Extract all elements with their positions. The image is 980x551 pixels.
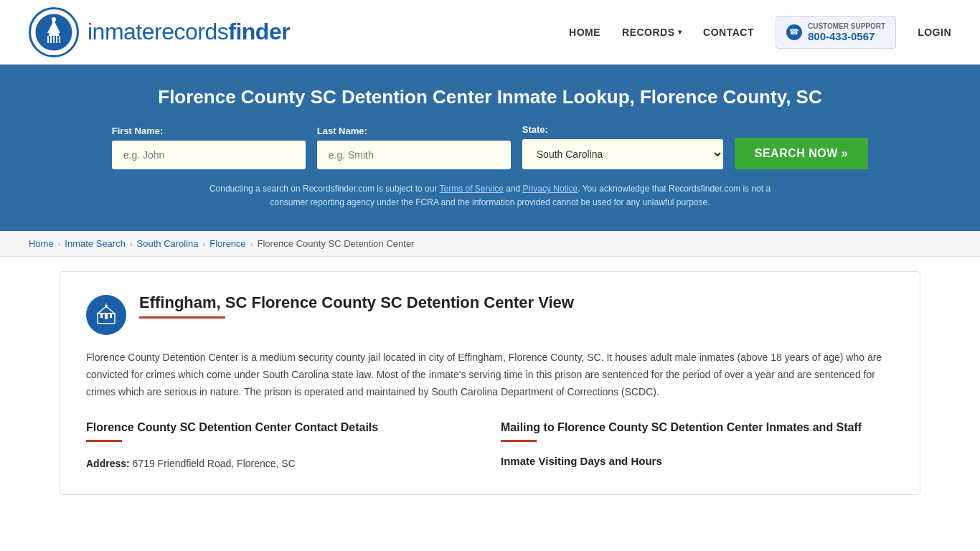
facility-icon <box>86 295 126 335</box>
disclaimer-text: Conducting a search on Recordsfinder.com… <box>203 182 777 209</box>
first-name-input[interactable] <box>112 141 306 169</box>
svg-rect-12 <box>105 314 108 319</box>
support-number: 800-433-0567 <box>808 30 885 42</box>
contact-underline <box>86 440 122 442</box>
support-label: CUSTOMER SUPPORT <box>808 22 885 30</box>
logo-icon <box>29 7 79 57</box>
tos-link[interactable]: Terms of Service <box>440 184 504 194</box>
last-name-input[interactable] <box>317 141 511 169</box>
address-row: Address: 6719 Friendfield Road, Florence… <box>86 455 479 473</box>
logo-text: inmaterecordsfinder <box>88 19 290 45</box>
last-name-label: Last Name: <box>317 126 511 136</box>
svg-rect-8 <box>55 36 56 43</box>
first-name-group: First Name: <box>112 126 306 169</box>
details-grid: Florence County SC Detention Center Cont… <box>86 421 894 473</box>
search-form: First Name: Last Name: State: South Caro… <box>29 124 951 169</box>
nav-home[interactable]: HOME <box>569 27 600 38</box>
customer-support: ☎ CUSTOMER SUPPORT 800-433-0567 <box>776 16 896 49</box>
nav-contact[interactable]: CONTACT <box>703 27 754 38</box>
main-nav: HOME RECORDS ▾ CONTACT ☎ CUSTOMER SUPPOR… <box>569 16 951 49</box>
svg-rect-11 <box>100 314 103 318</box>
hero-section: Florence County SC Detention Center Inma… <box>0 65 980 231</box>
contact-section-title: Florence County SC Detention Center Cont… <box>86 421 479 434</box>
main-content: Effingham, SC Florence County SC Detenti… <box>31 271 949 495</box>
facility-title-area: Effingham, SC Florence County SC Detenti… <box>139 293 574 319</box>
facility-description: Florence County Detention Center is a me… <box>86 349 894 400</box>
breadcrumb-sep-3: › <box>203 240 206 248</box>
support-text: CUSTOMER SUPPORT 800-433-0567 <box>808 22 885 42</box>
breadcrumb: Home › Inmate Search › South Carolina › … <box>0 231 980 257</box>
breadcrumb-sep-4: › <box>250 240 253 248</box>
mailing-section-title: Mailing to Florence County SC Detention … <box>501 421 894 434</box>
state-select[interactable]: South Carolina Alabama Alaska Arizona Ar… <box>522 139 723 169</box>
logo-area: inmaterecordsfinder <box>29 7 290 57</box>
state-label: State: <box>522 124 723 135</box>
svg-rect-16 <box>106 303 107 306</box>
facility-title: Effingham, SC Florence County SC Detenti… <box>139 293 574 312</box>
breadcrumb-sep-1: › <box>58 240 61 248</box>
privacy-link[interactable]: Privacy Notice <box>523 184 578 194</box>
content-card: Effingham, SC Florence County SC Detenti… <box>60 271 920 495</box>
mailing-section: Mailing to Florence County SC Detention … <box>501 421 894 473</box>
breadcrumb-current: Florence County SC Detention Center <box>258 238 415 249</box>
first-name-label: First Name: <box>112 126 306 136</box>
facility-header: Effingham, SC Florence County SC Detenti… <box>86 293 894 335</box>
title-underline <box>139 316 225 319</box>
breadcrumb-south-carolina[interactable]: South Carolina <box>137 238 199 249</box>
nav-login[interactable]: LOGIN <box>918 27 951 38</box>
visiting-title: Inmate Visiting Days and Hours <box>501 455 894 467</box>
breadcrumb-home[interactable]: Home <box>29 238 54 249</box>
nav-records[interactable]: RECORDS ▾ <box>622 27 682 38</box>
contact-section: Florence County SC Detention Center Cont… <box>86 421 479 473</box>
site-header: inmaterecordsfinder HOME RECORDS ▾ CONTA… <box>0 0 980 65</box>
mailing-underline <box>501 440 537 442</box>
svg-rect-6 <box>49 36 50 43</box>
svg-rect-9 <box>57 36 59 43</box>
chevron-down-icon: ▾ <box>678 28 682 36</box>
svg-point-5 <box>52 17 56 22</box>
breadcrumb-florence[interactable]: Florence <box>209 238 246 249</box>
last-name-group: Last Name: <box>317 126 511 169</box>
search-button[interactable]: SEARCH NOW » <box>735 138 868 169</box>
phone-icon: ☎ <box>786 24 802 40</box>
hero-title: Florence County SC Detention Center Inma… <box>29 86 951 108</box>
svg-rect-13 <box>110 314 112 318</box>
svg-rect-7 <box>52 36 53 43</box>
breadcrumb-sep-2: › <box>130 240 133 248</box>
state-group: State: South Carolina Alabama Alaska Ari… <box>522 124 723 169</box>
breadcrumb-inmate-search[interactable]: Inmate Search <box>65 238 126 249</box>
svg-rect-2 <box>49 33 59 37</box>
